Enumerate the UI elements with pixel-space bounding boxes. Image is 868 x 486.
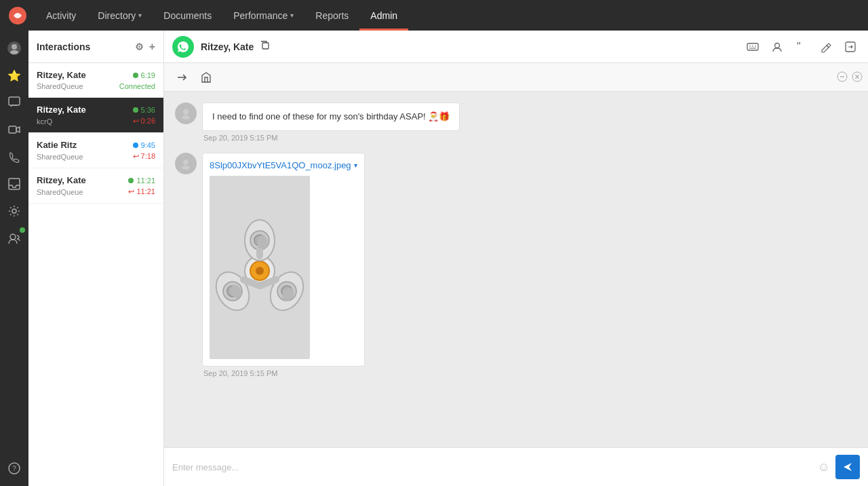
interactions-panel: Interactions ⚙ + Ritzey, Kate 6:19 [28, 31, 164, 486]
sidebar-avatar[interactable] [2, 36, 26, 60]
svg-point-2 [12, 44, 17, 50]
conv-item-top-2: Katie Ritz 9:45 [37, 140, 155, 150]
nav-activity[interactable]: Activity [35, 0, 87, 31]
conv-time-text-3: 11:21 [136, 176, 155, 185]
conv-name-2: Katie Ritz [37, 140, 77, 150]
nav-documents[interactable]: Documents [153, 0, 222, 31]
sidebar-chat[interactable] [2, 90, 26, 115]
sidebar-settings[interactable] [2, 199, 26, 223]
chat-input-area: ☺ [164, 447, 868, 486]
conv-status-0: Connected [119, 82, 155, 90]
msg-avatar-1 [175, 153, 197, 174]
toolbar-info-btn[interactable] [197, 68, 216, 87]
svg-point-3 [10, 50, 18, 54]
chat-keyboard-icon[interactable] [743, 37, 762, 56]
chat-quote-icon[interactable]: " [792, 37, 811, 56]
nav-performance[interactable]: Performance ▾ [222, 0, 304, 31]
chat-contact-name: Ritzey, Kate [201, 41, 254, 52]
conv-name-3: Ritzey, Kate [37, 175, 86, 185]
sidebar-phone[interactable] [2, 145, 26, 169]
whatsapp-channel-icon [172, 36, 194, 58]
conv-time-2: 9:45 [133, 141, 155, 149]
sidebar-contacts[interactable] [2, 226, 26, 250]
conv-time-text-2: 9:45 [141, 141, 155, 149]
message-input[interactable] [172, 457, 812, 476]
nav-admin[interactable]: Admin [359, 0, 408, 31]
chat-person-icon[interactable] [768, 37, 787, 56]
chat-transfer-icon[interactable] [841, 37, 860, 56]
conv-sub-0: SharedQueue Connected [37, 82, 155, 90]
interactions-header: Interactions ⚙ + [28, 31, 163, 63]
chat-header-actions: " [743, 37, 860, 56]
svg-point-7 [12, 209, 16, 213]
svg-rect-11 [262, 43, 269, 49]
chat-area: Ritzey, Kate [164, 31, 868, 486]
send-button[interactable] [835, 455, 860, 479]
contacts-badge [20, 227, 25, 233]
chat-edit-icon[interactable] [816, 37, 835, 56]
conversation-list: Ritzey, Kate 6:19 SharedQueue Connected [28, 63, 163, 486]
conversation-item-2[interactable]: Katie Ritz 9:45 SharedQueue ↩ 7:18 [28, 133, 163, 168]
minimize-icon[interactable] [837, 71, 848, 84]
toolbar-forward-btn[interactable] [172, 68, 191, 87]
sidebar-help[interactable]: ? [2, 456, 26, 481]
conv-dot-2 [133, 143, 138, 148]
interactions-add-icon[interactable]: + [149, 41, 155, 53]
msg-time-0: Sep 20, 2019 5:15 PM [202, 134, 460, 142]
conversation-item-1[interactable]: Ritzey, Kate 5:36 kcrQ ↩ 0:26 [28, 98, 163, 133]
conv-queue-0: SharedQueue [37, 82, 83, 90]
svg-point-19 [182, 115, 190, 119]
svg-point-20 [183, 160, 189, 165]
chat-header: Ritzey, Kate [164, 31, 868, 63]
svg-point-18 [183, 109, 189, 115]
conv-queue-3: SharedQueue [37, 188, 83, 196]
conv-time-1: 5:36 [133, 106, 155, 114]
main-layout: ⭐ [0, 31, 868, 486]
nav-reports[interactable]: Reports [304, 0, 359, 31]
sidebar-star[interactable]: ⭐ [2, 63, 26, 88]
attachment-filename: 8Slp00JXbvYtE5VA1QO_mooz.jpeg [210, 160, 351, 170]
interactions-title: Interactions [37, 41, 90, 52]
directory-chevron: ▾ [138, 12, 142, 19]
app-logo[interactable] [7, 5, 28, 26]
sidebar-video[interactable] [2, 117, 26, 142]
conv-recall-2: ↩ 7:18 [133, 152, 155, 161]
conv-item-top-3: Ritzey, Kate 11:21 [37, 175, 155, 185]
msg-attachment-1: 8Slp00JXbvYtE5VA1QO_mooz.jpeg ▾ [202, 153, 365, 367]
emoji-button[interactable]: ☺ [818, 460, 830, 474]
attachment-image[interactable] [210, 176, 310, 359]
conversation-item-0[interactable]: Ritzey, Kate 6:19 SharedQueue Connected [28, 63, 163, 98]
svg-point-21 [182, 166, 190, 170]
interactions-header-icons: ⚙ + [135, 41, 155, 53]
conv-name-0: Ritzey, Kate [37, 70, 86, 80]
attachment-link[interactable]: 8Slp00JXbvYtE5VA1QO_mooz.jpeg ▾ [210, 160, 357, 170]
conv-sub-2: SharedQueue ↩ 7:18 [37, 152, 155, 161]
msg-text-0: I need to find one of these for my son's… [202, 102, 460, 131]
nav-items: Activity Directory ▾ Documents Performan… [35, 0, 408, 31]
conv-time-text-0: 6:19 [141, 71, 155, 79]
performance-chevron: ▾ [290, 12, 294, 19]
messages-area[interactable]: I need to find one of these for my son's… [164, 92, 868, 447]
conv-sub-3: SharedQueue ↩ 11:21 [37, 187, 155, 196]
conv-dot-0 [133, 73, 138, 78]
conv-time-text-1: 5:36 [141, 106, 155, 114]
conv-item-top-1: Ritzey, Kate 5:36 [37, 105, 155, 115]
interactions-settings-icon[interactable]: ⚙ [135, 41, 144, 52]
conversation-item-3[interactable]: Ritzey, Kate 11:21 SharedQueue ↩ 11:21 [28, 168, 163, 204]
svg-point-38 [257, 236, 268, 249]
conv-recall-3: ↩ 11:21 [128, 187, 155, 196]
conv-sub-1: kcrQ ↩ 0:26 [37, 117, 155, 126]
conv-dot-3 [128, 178, 134, 183]
conv-recall-1: ↩ 0:26 [133, 117, 155, 126]
conv-dot-1 [133, 107, 138, 113]
nav-directory[interactable]: Directory ▾ [87, 0, 153, 31]
window-controls [837, 71, 863, 84]
chat-copy-icon[interactable] [260, 41, 270, 52]
top-nav: Activity Directory ▾ Documents Performan… [0, 0, 868, 31]
sidebar-inbox[interactable] [2, 172, 26, 196]
msg-content-1: 8Slp00JXbvYtE5VA1QO_mooz.jpeg ▾ [202, 153, 365, 377]
close-icon[interactable] [852, 71, 863, 84]
message-1: 8Slp00JXbvYtE5VA1QO_mooz.jpeg ▾ [175, 153, 857, 377]
svg-rect-5 [9, 126, 16, 133]
svg-text:?: ? [12, 465, 16, 472]
